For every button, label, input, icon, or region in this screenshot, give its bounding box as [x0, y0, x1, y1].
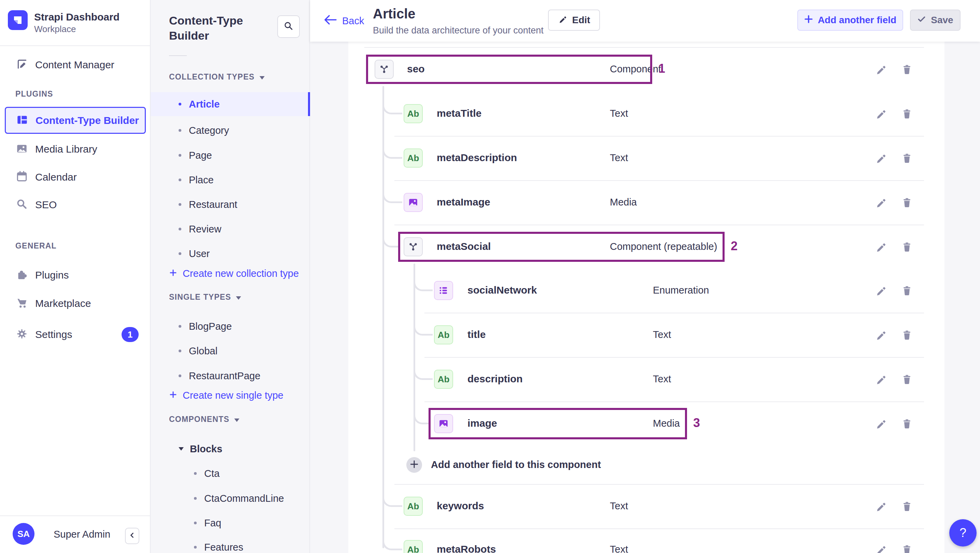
collection-type-user[interactable]: User — [178, 244, 210, 264]
sidebar-item-settings[interactable]: Settings — [15, 323, 72, 346]
selected-item-indicator — [308, 92, 310, 116]
component-category-blocks[interactable]: Blocks — [178, 439, 222, 459]
annotation-box — [428, 408, 687, 439]
magnifier-icon — [15, 198, 28, 212]
media-library-icon — [15, 142, 28, 156]
tree-elbow-connector — [382, 491, 402, 507]
save-button[interactable]: Save — [910, 10, 961, 31]
single-type-blogpage[interactable]: BlogPage — [178, 316, 232, 336]
component-faq[interactable]: Faq — [194, 513, 221, 533]
create-link-label: Create new collection type — [183, 268, 299, 279]
collection-types-header[interactable]: COLLECTION TYPES — [169, 72, 265, 82]
bullet-icon — [178, 129, 181, 132]
create-link-label: Create new single type — [183, 390, 283, 401]
component-features[interactable]: Features — [194, 537, 243, 553]
sidebar-item-label: Content Manager — [35, 59, 115, 71]
collection-type-article[interactable]: Article — [178, 94, 220, 114]
edit-field-button[interactable] — [875, 152, 887, 164]
field-name: title — [468, 329, 485, 340]
edit-field-button[interactable] — [875, 543, 887, 553]
delete-field-button[interactable] — [901, 241, 913, 253]
delete-field-button[interactable] — [901, 543, 913, 553]
nav-item-label: CtaCommandLine — [204, 493, 284, 504]
single-type-restaurantpage[interactable]: RestaurantPage — [178, 366, 261, 386]
section-label: COMPONENTS — [169, 415, 229, 424]
app-window: Strapi Dashboard Workplace Content Manag… — [0, 0, 980, 553]
edit-button[interactable]: Edit — [548, 10, 600, 31]
collection-type-place[interactable]: Place — [178, 170, 214, 190]
add-field-to-component-button[interactable] — [406, 457, 422, 473]
plus-icon — [169, 390, 177, 401]
component-cta[interactable]: Cta — [194, 464, 220, 483]
create-collection-type-link[interactable]: Create new collection type — [169, 268, 299, 279]
chevron-down-icon — [259, 72, 265, 82]
nav-item-label: Place — [189, 175, 214, 186]
delete-field-button[interactable] — [901, 373, 913, 385]
sidebar-item-marketplace[interactable]: Marketplace — [15, 292, 91, 315]
strapi-logo-icon — [8, 10, 28, 30]
annotation-box — [398, 232, 725, 262]
edit-field-button[interactable] — [875, 500, 887, 512]
nav-item-label: Review — [189, 224, 221, 235]
bullet-icon — [178, 350, 181, 352]
components-header[interactable]: COMPONENTS — [169, 415, 239, 424]
media-field-icon — [404, 193, 423, 212]
text-field-icon: Ab — [434, 370, 453, 389]
collection-type-page[interactable]: Page — [178, 145, 212, 165]
field-type: Text — [610, 501, 628, 512]
delete-field-button[interactable] — [901, 284, 913, 297]
collection-type-category[interactable]: Category — [178, 121, 229, 140]
edit-field-button[interactable] — [875, 329, 887, 341]
edit-field-button[interactable] — [875, 241, 887, 253]
avatar[interactable]: SA — [13, 523, 35, 545]
component-ctacommandline[interactable]: CtaCommandLine — [194, 488, 284, 508]
bullet-icon — [178, 154, 181, 157]
edit-field-button[interactable] — [875, 63, 887, 75]
edit-field-button[interactable] — [875, 373, 887, 385]
delete-field-button[interactable] — [901, 108, 913, 120]
help-button[interactable]: ? — [949, 519, 977, 547]
single-types-header[interactable]: SINGLE TYPES — [169, 292, 241, 302]
delete-field-button[interactable] — [901, 418, 913, 430]
delete-field-button[interactable] — [901, 152, 913, 164]
edit-field-button[interactable] — [875, 418, 887, 430]
sidebar-item-media-library[interactable]: Media Library — [15, 138, 97, 160]
caret-down-icon — [178, 446, 184, 452]
tree-elbow-connector — [414, 275, 433, 291]
tree-elbow-connector — [414, 319, 433, 335]
sidebar-item-plugins[interactable]: Plugins — [15, 264, 68, 286]
row-divider — [425, 401, 924, 402]
create-single-type-link[interactable]: Create new single type — [169, 390, 283, 401]
search-button[interactable] — [277, 15, 300, 38]
sidebar-item-label: Plugins — [35, 269, 68, 281]
collapse-sidebar-button[interactable] — [125, 528, 139, 544]
delete-field-button[interactable] — [901, 329, 913, 341]
main-sidebar: Strapi Dashboard Workplace Content Manag… — [0, 0, 151, 553]
sidebar-item-calendar[interactable]: Calendar — [15, 166, 77, 188]
tree-elbow-connector — [382, 187, 402, 203]
edit-field-button[interactable] — [875, 108, 887, 120]
edit-field-button[interactable] — [875, 284, 887, 297]
edit-field-button[interactable] — [875, 196, 887, 208]
add-another-field-button[interactable]: Add another field — [797, 10, 903, 31]
plus-icon — [804, 15, 813, 26]
delete-field-button[interactable] — [901, 196, 913, 208]
sidebar-item-label: Calendar — [35, 172, 77, 183]
bullet-icon — [178, 103, 181, 105]
sidebar-item-seo[interactable]: SEO — [15, 194, 57, 216]
gear-icon — [15, 327, 28, 342]
sidebar-item-content-type-builder[interactable]: Content-Type Builder — [5, 107, 146, 134]
collection-type-restaurant[interactable]: Restaurant — [178, 195, 237, 215]
sidebar-item-label: Marketplace — [35, 298, 91, 309]
delete-field-button[interactable] — [901, 63, 913, 75]
settings-notification-badge: 1 — [122, 327, 138, 342]
collection-type-review[interactable]: Review — [178, 219, 221, 239]
tree-elbow-connector — [382, 98, 402, 114]
enumeration-field-icon — [434, 281, 453, 300]
delete-field-button[interactable] — [901, 500, 913, 512]
single-type-global[interactable]: Global — [178, 341, 218, 361]
sidebar-item-content-manager[interactable]: Content Manager — [15, 54, 115, 76]
back-link[interactable]: Back — [324, 14, 364, 28]
field-name: metaRobots — [437, 543, 496, 553]
workspace-name: Workplace — [34, 24, 76, 35]
